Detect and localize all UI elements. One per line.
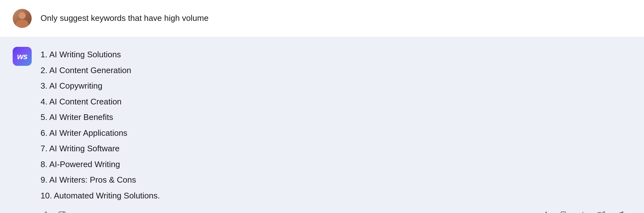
lightning-button[interactable]: [541, 210, 552, 213]
list-item: 4. AI Content Creation: [41, 94, 631, 110]
thumbs-up-button[interactable]: [41, 210, 51, 213]
list-item: 10. Automated Writing Solutions.: [41, 188, 631, 204]
copy-button[interactable]: [559, 210, 570, 213]
svg-marker-0: [543, 212, 549, 213]
user-message: Only suggest keywords that have high vol…: [0, 0, 644, 37]
left-actions: [41, 210, 67, 213]
list-item: 6. AI Writer Applications: [41, 125, 631, 141]
list-item: 9. AI Writers: Pros & Cons: [41, 172, 631, 188]
thumbs-down-button[interactable]: [56, 210, 67, 213]
right-actions: [541, 210, 625, 213]
ai-avatar: ws: [13, 47, 32, 66]
ai-message: ws 1. AI Writing Solutions2. AI Content …: [0, 37, 644, 213]
list-item: 5. AI Writer Benefits: [41, 110, 631, 125]
ai-logo: ws: [17, 52, 28, 61]
list-item: 7. AI Writing Software: [41, 141, 631, 157]
keywords-list: 1. AI Writing Solutions2. AI Content Gen…: [41, 47, 631, 204]
user-avatar: [13, 9, 32, 28]
download-button[interactable]: [577, 210, 588, 213]
list-item: 2. AI Content Generation: [41, 63, 631, 78]
share-button[interactable]: [614, 210, 625, 213]
avatar-image: [13, 9, 32, 28]
list-item: 1. AI Writing Solutions: [41, 47, 631, 63]
ai-message-content: 1. AI Writing Solutions2. AI Content Gen…: [41, 47, 631, 213]
action-row: [41, 210, 631, 213]
list-item: 3. AI Copywriting: [41, 78, 631, 94]
chat-container: Only suggest keywords that have high vol…: [0, 0, 644, 213]
list-item: 8. AI-Powered Writing: [41, 157, 631, 172]
edit-button[interactable]: [596, 210, 607, 213]
user-message-text: Only suggest keywords that have high vol…: [41, 9, 208, 24]
